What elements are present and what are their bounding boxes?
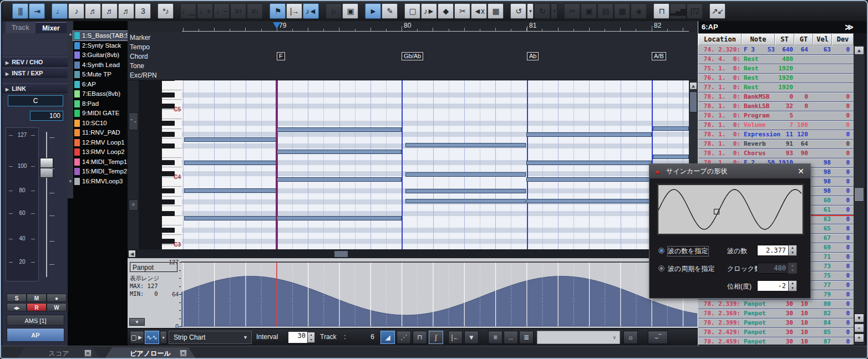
strip-select-tool[interactable]: ▢► [130, 331, 144, 344]
dialog-title-bar[interactable]: ▲ サインカーブの形状 [649, 164, 810, 178]
midi-note[interactable] [405, 172, 526, 177]
note-frame-button[interactable]: ▣ [342, 3, 358, 19]
event-row[interactable]: 78. 1. 0:Chorus93900 [698, 149, 854, 158]
view-options-button[interactable]: ≡ [129, 199, 138, 211]
event-row[interactable]: 78. 2.339:Panpot3010800 [698, 300, 854, 309]
playhead-marker-icon[interactable] [273, 22, 281, 29]
midi-note[interactable] [277, 127, 402, 132]
event-row[interactable]: 78. 1. 0:BankLSB3200 [698, 102, 854, 111]
chord-marker[interactable]: F [277, 52, 285, 60]
read-automation-button[interactable]: R [27, 303, 47, 311]
pencil-tool-button[interactable]: ✎ [382, 3, 398, 19]
meta-row-label[interactable]: Exc/RPN [130, 71, 157, 79]
scroll-up-icon[interactable]: ▲ [68, 31, 73, 38]
scissors-tool-button[interactable]: ✂ [454, 3, 470, 19]
event-row[interactable]: 75. 1. 0:Rest1920 [698, 64, 854, 74]
grid-lines-button[interactable]: ||| [12, 3, 28, 19]
record-button[interactable]: ● [47, 294, 67, 302]
black-key[interactable] [162, 143, 175, 148]
black-key[interactable] [162, 93, 175, 98]
link-amount-input[interactable]: 100 [30, 111, 63, 121]
event-row[interactable]: 78. 1. 0:Expression111200 [698, 130, 854, 140]
event-row[interactable]: 78. 1. 0:BankMSB000 [698, 93, 854, 102]
black-key[interactable] [162, 199, 175, 204]
scurve-shape-button[interactable]: ∫ [429, 331, 443, 344]
marquee-select-tool-button[interactable]: ▢ [404, 3, 420, 19]
midi-note[interactable] [405, 143, 526, 147]
black-key[interactable] [162, 188, 175, 193]
scroll-down-icon[interactable]: ▼ [68, 178, 73, 185]
panpot-curve-chart[interactable] [181, 260, 697, 327]
sine-curve-tool[interactable]: ∿∿ [145, 331, 159, 344]
step-shape-button[interactable]: ⊓ [413, 331, 427, 344]
event-row[interactable]: 78. 2.399:Panpot3010840 [698, 319, 854, 328]
chord-marker[interactable]: Ab [527, 52, 539, 60]
line-shape-button[interactable]: ⋰ [397, 331, 411, 344]
track-row[interactable]: 9:MIDI GATE [73, 109, 128, 118]
event-row[interactable]: 78. 2.369:Panpot3010820 [698, 309, 854, 319]
track-row[interactable]: 6:AP [73, 80, 128, 89]
timeline-ruler[interactable]: 79808182 [128, 21, 698, 32]
midi-note[interactable] [526, 199, 652, 203]
meta-row-label[interactable]: Tone [130, 62, 144, 70]
mute-button[interactable]: M [27, 294, 47, 302]
event-row[interactable]: 78. 2.459:Panpot3010870 [698, 337, 854, 345]
note-sixteenth-button[interactable]: ♬ [85, 3, 101, 19]
midi-note[interactable] [653, 155, 689, 159]
meta-row-label[interactable]: Tempo [130, 43, 150, 51]
midi-note[interactable] [526, 161, 652, 165]
event-row[interactable]: 74. 4. 0:Rest480 [698, 55, 854, 64]
split-view-button[interactable]: ⌃⌄ [129, 112, 138, 130]
track-row[interactable]: 8:Pad [73, 99, 128, 109]
section-inst-exp[interactable]: ▶INST / EXP [2, 68, 68, 78]
tab-mixer[interactable]: Mixer [35, 22, 67, 33]
track-row[interactable]: 15:MIDI_Temp2U [73, 167, 128, 176]
black-key[interactable] [162, 121, 175, 126]
midi-note[interactable] [405, 199, 526, 203]
pedal-view-button[interactable]: ⌣‾ [648, 331, 668, 344]
event-row[interactable]: 76. 1. 0:Rest1920 [698, 74, 854, 83]
wave-count-radio-label[interactable]: 波の数を指定 [668, 247, 708, 256]
note-thirtysecond-button[interactable]: ♬ [101, 3, 118, 19]
vscroll-thumb[interactable] [689, 91, 697, 112]
meta-row-label[interactable]: Chord [130, 53, 148, 60]
link-value-input[interactable]: C [8, 95, 63, 106]
triplet-button[interactable]: 3 [135, 3, 151, 19]
wave-period-radio[interactable] [658, 265, 664, 271]
black-key[interactable] [162, 239, 175, 244]
piano-roll-hscrollbar[interactable]: ◀ [128, 249, 698, 258]
black-key[interactable] [162, 160, 175, 165]
settings-button[interactable]: ☼ [623, 331, 638, 344]
midi-note[interactable] [277, 177, 402, 182]
track-row[interactable]: 7:EBass(8vb) [73, 89, 128, 99]
event-row[interactable]: 74. 2.320:F 35364064630 [698, 45, 854, 55]
keyboard-select-tool-button[interactable]: ▦ [488, 3, 504, 19]
column-header-vel[interactable]: Vel [813, 33, 832, 45]
event-row[interactable]: 78. 1. 0:Reverb91640 [698, 140, 854, 149]
track-row[interactable]: 1:S_Bass(TAB:S) [73, 31, 128, 40]
track-row[interactable]: 14:MIDI_Temp1U [73, 157, 128, 167]
section-link[interactable]: ▶LINK [2, 83, 68, 93]
black-key[interactable] [162, 104, 175, 109]
strip-collapse-button[interactable]: ▼ [129, 318, 145, 326]
black-key[interactable] [162, 132, 175, 137]
event-row[interactable]: 77. 1. 0:Rest1920 [698, 83, 854, 93]
black-key[interactable] [162, 80, 175, 81]
track-list-scrollbar[interactable]: ▲ ▼ [68, 21, 73, 198]
note-eighth-button[interactable]: ♪ [68, 3, 84, 19]
scroll-left-icon[interactable]: ◀ [128, 250, 136, 258]
close-score-tab-icon[interactable]: ✕ [84, 350, 92, 357]
midi-note[interactable] [526, 177, 652, 182]
track-row[interactable]: 4:Synth Lead [73, 60, 128, 70]
meta-row-label[interactable]: Marker [130, 34, 150, 42]
preset-select[interactable]: ∨ [537, 331, 620, 344]
scroll-up-icon[interactable]: ▲ [689, 82, 697, 90]
tab-track[interactable]: Track [6, 22, 35, 33]
dash-view-button[interactable]: ‥ [504, 331, 518, 344]
list-view-button[interactable]: ≡ [488, 331, 502, 344]
undo-button[interactable]: ↺ [510, 3, 526, 19]
curve-tool-menu[interactable]: ▾ [160, 331, 167, 344]
midi-note[interactable] [184, 216, 277, 220]
solo-button[interactable]: S [7, 294, 27, 302]
track-row[interactable]: 16:RMVLoop3 [73, 177, 128, 186]
